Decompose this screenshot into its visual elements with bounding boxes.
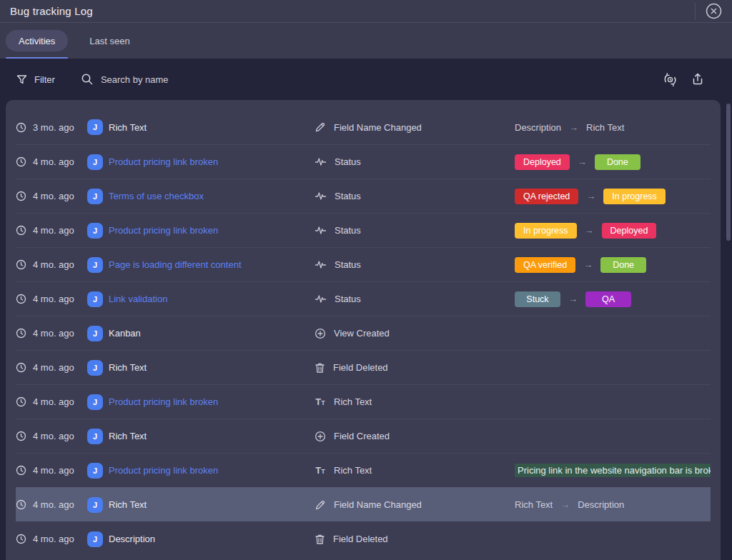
tab-bar: Activities Last seen — [0, 23, 732, 59]
item-name: Rich Text — [109, 122, 147, 133]
search-box — [81, 73, 661, 86]
refresh-clock-icon — [663, 72, 678, 87]
item-name: Rich Text — [109, 499, 147, 510]
row-timestamp: 4 mo. ago — [33, 465, 74, 476]
clock-icon — [16, 294, 26, 304]
table-row[interactable]: 4 mo. agoJLink validationStatusStuck→QA — [16, 281, 711, 316]
change-to: Description — [578, 499, 624, 510]
tab-last-seen[interactable]: Last seen — [76, 30, 142, 51]
action-label: View Created — [334, 328, 390, 339]
action-label: Status — [335, 156, 361, 167]
table-row[interactable]: 4 mo. agoJPage is loading different cont… — [16, 247, 711, 281]
change-detail: Description→Rich Text — [515, 122, 711, 133]
modal-header: Bug tracking Log — [0, 0, 732, 23]
row-timestamp: 3 mo. ago — [33, 122, 74, 133]
filter-icon — [16, 74, 28, 86]
change-detail: QA rejected→In progress — [515, 189, 711, 204]
action-label: Status — [335, 259, 361, 270]
status-badge: QA — [585, 291, 631, 307]
item-name: Rich Text — [109, 362, 147, 373]
avatar[interactable]: J — [87, 257, 103, 273]
item-name-link[interactable]: Product pricing link broken — [109, 465, 218, 476]
status-icon — [315, 225, 327, 236]
avatar[interactable]: J — [87, 429, 103, 444]
action-label: Field Deleted — [333, 362, 388, 373]
row-timestamp: 4 mo. ago — [33, 156, 74, 167]
clock-icon — [16, 396, 26, 407]
table-row[interactable]: 4 mo. agoJRich TextField Deleted — [16, 350, 711, 384]
activity-list-panel: 3 mo. agoJRich TextField Name ChangedDes… — [6, 100, 721, 560]
change-from: Rich Text — [515, 499, 553, 510]
table-row[interactable]: 4 mo. agoJProduct pricing link brokenTTR… — [16, 384, 711, 419]
plus-circle-icon — [315, 431, 326, 442]
row-timestamp: 4 mo. ago — [33, 499, 74, 510]
table-row[interactable]: 4 mo. agoJRich TextField Name ChangedRic… — [16, 487, 711, 521]
table-row[interactable]: 4 mo. agoJProduct pricing link brokenSta… — [16, 213, 711, 247]
avatar[interactable]: J — [87, 119, 103, 135]
table-row[interactable]: 4 mo. agoJDescriptionField Deleted — [16, 521, 711, 556]
arrow-right-icon: → — [586, 191, 595, 201]
item-name-link[interactable]: Product pricing link broken — [109, 225, 218, 236]
change-detail: Pricing link in the website navigation b… — [515, 464, 711, 477]
status-badge: QA verified — [515, 257, 575, 273]
action-label: Status — [335, 225, 361, 236]
arrow-right-icon: → — [583, 259, 593, 270]
scrollbar-thumb[interactable] — [726, 104, 731, 241]
filter-button[interactable]: Filter — [16, 74, 55, 86]
avatar[interactable]: J — [87, 154, 103, 170]
arrow-right-icon: → — [560, 499, 570, 510]
row-timestamp: 4 mo. ago — [33, 328, 74, 339]
refresh-log-button[interactable] — [661, 71, 679, 89]
status-icon — [315, 259, 327, 270]
item-name-link[interactable]: Product pricing link broken — [109, 156, 218, 167]
table-row[interactable]: 3 mo. agoJRich TextField Name ChangedDes… — [16, 110, 711, 144]
row-timestamp: 4 mo. ago — [33, 396, 74, 407]
action-label: Rich Text — [334, 465, 372, 476]
row-timestamp: 4 mo. ago — [33, 259, 74, 270]
avatar[interactable]: J — [87, 291, 103, 307]
export-icon — [691, 72, 705, 86]
export-button[interactable] — [689, 71, 706, 88]
clock-icon — [16, 465, 26, 476]
status-badge: In progress — [515, 223, 577, 239]
status-icon — [315, 156, 327, 167]
table-row[interactable]: 4 mo. agoJProduct pricing link brokenTTR… — [16, 453, 711, 487]
search-input[interactable] — [101, 74, 344, 85]
item-name-link[interactable]: Product pricing link broken — [109, 396, 218, 407]
avatar[interactable]: J — [87, 223, 103, 239]
close-button[interactable] — [704, 1, 723, 21]
item-name-link[interactable]: Terms of use checkbox — [109, 191, 204, 201]
change-detail: Rich Text→Description — [515, 499, 711, 510]
trash-icon — [315, 362, 325, 374]
row-timestamp: 4 mo. ago — [33, 431, 74, 441]
avatar[interactable]: J — [87, 394, 103, 410]
action-label: Rich Text — [334, 396, 372, 407]
avatar[interactable]: J — [87, 326, 103, 341]
change-detail: Deployed→Done — [515, 154, 711, 170]
table-row[interactable]: 4 mo. agoJKanbanView Created — [16, 316, 711, 350]
clock-icon — [16, 122, 26, 133]
avatar[interactable]: J — [87, 531, 103, 547]
change-highlight-text: Pricing link in the website navigation b… — [515, 464, 711, 477]
change-detail: QA verified→Done — [515, 257, 711, 273]
row-timestamp: 4 mo. ago — [33, 534, 74, 544]
clock-icon — [16, 225, 26, 236]
clock-icon — [16, 191, 26, 201]
status-icon — [315, 191, 327, 201]
change-detail: In progress→Deployed — [515, 223, 711, 239]
item-name-link[interactable]: Link validation — [109, 294, 167, 304]
table-row[interactable]: 4 mo. agoJProduct pricing link brokenSta… — [16, 144, 711, 179]
table-row[interactable]: 4 mo. agoJTerms of use checkboxStatusQA … — [16, 179, 711, 213]
tab-activities[interactable]: Activities — [6, 30, 68, 51]
avatar[interactable]: J — [87, 360, 103, 376]
avatar[interactable]: J — [87, 189, 103, 204]
clock-icon — [16, 431, 26, 441]
status-badge: Deployed — [602, 223, 657, 239]
item-name-link[interactable]: Page is loading different content — [109, 259, 242, 270]
table-row[interactable]: 4 mo. agoJRich TextField Created — [16, 419, 711, 453]
activity-rows: 3 mo. agoJRich TextField Name ChangedDes… — [16, 110, 711, 556]
avatar[interactable]: J — [87, 463, 103, 479]
arrow-right-icon: → — [578, 156, 587, 167]
item-name: Kanban — [109, 328, 141, 339]
avatar[interactable]: J — [87, 497, 103, 513]
